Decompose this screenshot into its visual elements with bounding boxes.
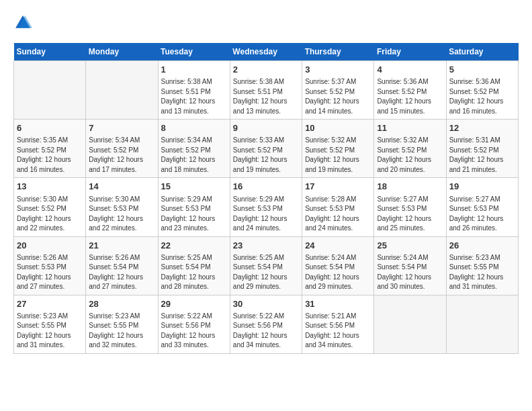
calendar-cell: 23Sunrise: 5:25 AMSunset: 5:54 PMDayligh… bbox=[230, 236, 302, 295]
day-info: Sunrise: 5:37 AMSunset: 5:52 PMDaylight:… bbox=[305, 77, 371, 116]
day-info: Sunrise: 5:33 AMSunset: 5:52 PMDaylight:… bbox=[233, 136, 299, 175]
day-info: Sunrise: 5:32 AMSunset: 5:52 PMDaylight:… bbox=[305, 136, 371, 175]
calendar-week-row: 1Sunrise: 5:38 AMSunset: 5:51 PMDaylight… bbox=[14, 61, 519, 120]
calendar-cell: 21Sunrise: 5:26 AMSunset: 5:54 PMDayligh… bbox=[86, 236, 158, 295]
day-number: 17 bbox=[305, 181, 371, 193]
day-info: Sunrise: 5:21 AMSunset: 5:56 PMDaylight:… bbox=[305, 312, 371, 351]
day-number: 30 bbox=[233, 298, 299, 310]
calendar-cell: 13Sunrise: 5:30 AMSunset: 5:52 PMDayligh… bbox=[14, 178, 86, 236]
day-number: 26 bbox=[449, 240, 515, 252]
day-number: 4 bbox=[377, 64, 443, 76]
calendar-cell: 7Sunrise: 5:34 AMSunset: 5:52 PMDaylight… bbox=[86, 120, 158, 178]
calendar-cell: 19Sunrise: 5:27 AMSunset: 5:53 PMDayligh… bbox=[446, 178, 518, 236]
day-info: Sunrise: 5:26 AMSunset: 5:53 PMDaylight:… bbox=[17, 253, 83, 292]
calendar-cell: 10Sunrise: 5:32 AMSunset: 5:52 PMDayligh… bbox=[302, 120, 374, 178]
day-info: Sunrise: 5:25 AMSunset: 5:54 PMDaylight:… bbox=[233, 253, 299, 292]
day-number: 25 bbox=[377, 240, 443, 252]
calendar-cell: 29Sunrise: 5:22 AMSunset: 5:56 PMDayligh… bbox=[158, 295, 230, 353]
day-number: 15 bbox=[161, 181, 227, 193]
calendar-cell: 18Sunrise: 5:27 AMSunset: 5:53 PMDayligh… bbox=[374, 178, 446, 236]
calendar-week-row: 13Sunrise: 5:30 AMSunset: 5:52 PMDayligh… bbox=[14, 178, 519, 236]
day-number: 22 bbox=[161, 240, 227, 252]
day-number: 14 bbox=[89, 181, 154, 193]
day-info: Sunrise: 5:38 AMSunset: 5:51 PMDaylight:… bbox=[233, 77, 299, 116]
day-number: 19 bbox=[449, 181, 515, 193]
day-number: 31 bbox=[305, 298, 371, 310]
day-number: 7 bbox=[89, 122, 154, 134]
day-number: 28 bbox=[89, 298, 154, 310]
day-info: Sunrise: 5:27 AMSunset: 5:53 PMDaylight:… bbox=[377, 195, 443, 234]
day-number: 23 bbox=[233, 240, 299, 252]
calendar-cell: 15Sunrise: 5:29 AMSunset: 5:53 PMDayligh… bbox=[158, 178, 230, 236]
day-info: Sunrise: 5:30 AMSunset: 5:53 PMDaylight:… bbox=[89, 195, 154, 234]
calendar-cell: 14Sunrise: 5:30 AMSunset: 5:53 PMDayligh… bbox=[86, 178, 158, 236]
calendar-table: SundayMondayTuesdayWednesdayThursdayFrid… bbox=[13, 43, 519, 354]
day-number: 6 bbox=[17, 122, 83, 134]
calendar-cell: 25Sunrise: 5:24 AMSunset: 5:54 PMDayligh… bbox=[374, 236, 446, 295]
day-number: 11 bbox=[377, 122, 443, 134]
calendar-cell: 8Sunrise: 5:34 AMSunset: 5:52 PMDaylight… bbox=[158, 120, 230, 178]
day-number: 24 bbox=[305, 240, 371, 252]
day-info: Sunrise: 5:27 AMSunset: 5:53 PMDaylight:… bbox=[449, 195, 515, 234]
day-number: 13 bbox=[17, 181, 83, 193]
calendar-cell: 30Sunrise: 5:22 AMSunset: 5:56 PMDayligh… bbox=[230, 295, 302, 353]
day-number: 3 bbox=[305, 64, 371, 76]
day-number: 2 bbox=[233, 64, 299, 76]
calendar-body: 1Sunrise: 5:38 AMSunset: 5:51 PMDaylight… bbox=[14, 61, 519, 354]
calendar-cell: 24Sunrise: 5:24 AMSunset: 5:54 PMDayligh… bbox=[302, 236, 374, 295]
day-info: Sunrise: 5:22 AMSunset: 5:56 PMDaylight:… bbox=[233, 312, 299, 351]
calendar-cell: 9Sunrise: 5:33 AMSunset: 5:52 PMDaylight… bbox=[230, 120, 302, 178]
day-number: 1 bbox=[161, 64, 227, 76]
calendar-cell: 16Sunrise: 5:29 AMSunset: 5:53 PMDayligh… bbox=[230, 178, 302, 236]
day-info: Sunrise: 5:36 AMSunset: 5:52 PMDaylight:… bbox=[377, 77, 443, 116]
day-number: 5 bbox=[449, 64, 515, 76]
calendar-header-row: SundayMondayTuesdayWednesdayThursdayFrid… bbox=[14, 43, 519, 61]
day-header-wednesday: Wednesday bbox=[230, 43, 302, 61]
day-number: 16 bbox=[233, 181, 299, 193]
day-header-monday: Monday bbox=[86, 43, 158, 61]
calendar-cell: 17Sunrise: 5:28 AMSunset: 5:53 PMDayligh… bbox=[302, 178, 374, 236]
day-header-friday: Friday bbox=[374, 43, 446, 61]
day-info: Sunrise: 5:35 AMSunset: 5:52 PMDaylight:… bbox=[17, 136, 83, 175]
calendar-cell: 26Sunrise: 5:23 AMSunset: 5:55 PMDayligh… bbox=[446, 236, 518, 295]
calendar-week-row: 20Sunrise: 5:26 AMSunset: 5:53 PMDayligh… bbox=[14, 236, 519, 295]
calendar-cell bbox=[14, 61, 86, 120]
day-number: 27 bbox=[17, 298, 83, 310]
day-number: 9 bbox=[233, 122, 299, 134]
day-info: Sunrise: 5:25 AMSunset: 5:54 PMDaylight:… bbox=[161, 253, 227, 292]
calendar-cell: 11Sunrise: 5:32 AMSunset: 5:52 PMDayligh… bbox=[374, 120, 446, 178]
day-info: Sunrise: 5:34 AMSunset: 5:52 PMDaylight:… bbox=[161, 136, 227, 175]
calendar-cell: 1Sunrise: 5:38 AMSunset: 5:51 PMDaylight… bbox=[158, 61, 230, 120]
calendar-cell: 3Sunrise: 5:37 AMSunset: 5:52 PMDaylight… bbox=[302, 61, 374, 120]
day-header-tuesday: Tuesday bbox=[158, 43, 230, 61]
day-header-sunday: Sunday bbox=[14, 43, 86, 61]
day-info: Sunrise: 5:22 AMSunset: 5:56 PMDaylight:… bbox=[161, 312, 227, 351]
day-info: Sunrise: 5:30 AMSunset: 5:52 PMDaylight:… bbox=[17, 195, 83, 234]
calendar-cell bbox=[446, 295, 518, 353]
calendar-cell bbox=[86, 61, 158, 120]
calendar-week-row: 6Sunrise: 5:35 AMSunset: 5:52 PMDaylight… bbox=[14, 120, 519, 178]
calendar-cell: 4Sunrise: 5:36 AMSunset: 5:52 PMDaylight… bbox=[374, 61, 446, 120]
day-header-saturday: Saturday bbox=[446, 43, 518, 61]
day-info: Sunrise: 5:23 AMSunset: 5:55 PMDaylight:… bbox=[17, 312, 83, 351]
day-number: 18 bbox=[377, 181, 443, 193]
day-info: Sunrise: 5:32 AMSunset: 5:52 PMDaylight:… bbox=[377, 136, 443, 175]
logo bbox=[13, 13, 35, 32]
day-number: 20 bbox=[17, 240, 83, 252]
day-number: 29 bbox=[161, 298, 227, 310]
day-info: Sunrise: 5:28 AMSunset: 5:53 PMDaylight:… bbox=[305, 195, 371, 234]
day-number: 12 bbox=[449, 122, 515, 134]
day-info: Sunrise: 5:38 AMSunset: 5:51 PMDaylight:… bbox=[161, 77, 227, 116]
header bbox=[13, 13, 519, 32]
calendar-cell: 28Sunrise: 5:23 AMSunset: 5:55 PMDayligh… bbox=[86, 295, 158, 353]
calendar-cell: 22Sunrise: 5:25 AMSunset: 5:54 PMDayligh… bbox=[158, 236, 230, 295]
day-number: 10 bbox=[305, 122, 371, 134]
calendar-cell: 6Sunrise: 5:35 AMSunset: 5:52 PMDaylight… bbox=[14, 120, 86, 178]
calendar-cell: 5Sunrise: 5:36 AMSunset: 5:52 PMDaylight… bbox=[446, 61, 518, 120]
day-info: Sunrise: 5:24 AMSunset: 5:54 PMDaylight:… bbox=[377, 253, 443, 292]
day-info: Sunrise: 5:36 AMSunset: 5:52 PMDaylight:… bbox=[449, 77, 515, 116]
day-info: Sunrise: 5:24 AMSunset: 5:54 PMDaylight:… bbox=[305, 253, 371, 292]
day-info: Sunrise: 5:29 AMSunset: 5:53 PMDaylight:… bbox=[233, 195, 299, 234]
calendar-cell: 20Sunrise: 5:26 AMSunset: 5:53 PMDayligh… bbox=[14, 236, 86, 295]
calendar-cell bbox=[374, 295, 446, 353]
